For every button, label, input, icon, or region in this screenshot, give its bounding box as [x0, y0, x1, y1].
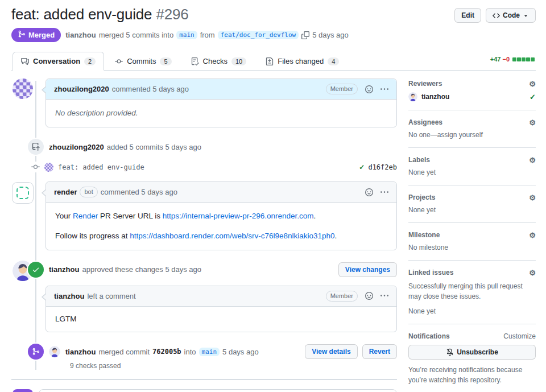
commits-count: 5 — [160, 57, 171, 65]
merge-author[interactable]: tianzhou — [65, 31, 96, 39]
dashboard-url-link[interactable]: https://dashboard.render.com/web/srv-c76… — [130, 232, 334, 240]
git-merge-icon — [13, 389, 33, 392]
smiley-icon[interactable] — [365, 188, 373, 196]
commit-sha-link[interactable]: d16f2eb — [368, 163, 397, 171]
tab-commits[interactable]: Commits 5 — [106, 52, 180, 71]
commit-message[interactable]: feat: added env-guide — [58, 163, 144, 171]
file-diff-icon — [266, 57, 274, 65]
merge-branch-label[interactable]: main — [199, 348, 220, 356]
smiley-icon[interactable] — [365, 85, 373, 93]
reviewer-name: tianzhou — [421, 93, 449, 101]
conversation-column: zhouzilong2020 commented 5 days ago Memb… — [11, 79, 397, 392]
base-branch-label[interactable]: main — [176, 31, 197, 39]
commit-check-icon[interactable]: ✓ — [359, 163, 365, 171]
reviewer-row[interactable]: tianzhou ✓ — [408, 92, 536, 101]
render-link[interactable]: Render — [73, 212, 98, 220]
page-title: feat: added env-guide #296 — [11, 6, 188, 23]
repo-push-icon — [28, 139, 44, 155]
gear-icon[interactable]: ⚙ — [529, 80, 536, 88]
avatar-render-bot[interactable] — [13, 183, 33, 203]
milestone-empty: No milestone — [408, 244, 536, 251]
sidebar-section-projects: Projects⚙ None yet — [408, 185, 536, 223]
kebab-menu-icon[interactable] — [380, 188, 388, 196]
pr-tabbar: Conversation 2 Commits 5 Checks 10 Files… — [11, 51, 536, 71]
approval-author[interactable]: tianzhou — [49, 265, 79, 274]
commit-author-avatar[interactable] — [44, 163, 53, 172]
gear-icon[interactable]: ⚙ — [529, 269, 536, 277]
gear-icon[interactable]: ⚙ — [529, 194, 536, 201]
checks-count: 10 — [231, 57, 246, 65]
gear-icon[interactable]: ⚙ — [529, 156, 536, 164]
files-changed-count: 4 — [328, 57, 339, 65]
commit-row: feat: added env-guide ✓ d16f2eb — [31, 162, 397, 172]
assignees-empty[interactable]: No one—assign yourself — [408, 131, 536, 139]
merge-sha[interactable]: 762005b — [152, 348, 181, 356]
merged-state-badge: Merged — [11, 28, 61, 42]
smiley-icon[interactable] — [365, 292, 373, 300]
review-author[interactable]: tianzhou — [54, 292, 84, 300]
pr-number: #296 — [156, 6, 188, 23]
tab-conversation[interactable]: Conversation 2 — [13, 52, 104, 71]
timeline: zhouzilong2020 commented 5 days ago Memb… — [11, 79, 397, 370]
checks-passed-link[interactable]: 9 checks passed — [70, 362, 397, 370]
header-actions: Edit Code — [454, 8, 536, 23]
pr-title-text: feat: added env-guide — [11, 6, 152, 23]
merge-time: 5 days ago — [222, 348, 259, 356]
gear-icon[interactable]: ⚙ — [529, 119, 536, 126]
avatar-tianzhou-small[interactable] — [49, 346, 60, 357]
preview-url-link[interactable]: https://internal-preview-pr-296.onrender… — [163, 212, 314, 220]
issue-comment: zhouzilong2020 commented 5 days ago Memb… — [11, 79, 397, 127]
git-merge-icon — [18, 30, 26, 40]
conversation-count: 2 — [84, 57, 96, 65]
edit-button[interactable]: Edit — [454, 8, 481, 23]
copy-branch-icon[interactable] — [301, 31, 309, 39]
member-badge: Member — [326, 291, 358, 302]
kebab-menu-icon[interactable] — [380, 85, 388, 93]
review-comment: tianzhou left a comment Member LGTM — [46, 286, 397, 332]
notifications-caption: You’re receiving notifications because y… — [408, 365, 536, 385]
sidebar: Reviewers⚙ tianzhou ✓ Assignees⚙ No one—… — [408, 79, 536, 392]
timeline-divider — [11, 379, 397, 380]
sidebar-section-labels: Labels⚙ None yet — [408, 148, 536, 185]
tab-files-changed[interactable]: Files changed 4 — [257, 52, 348, 71]
bot-author[interactable]: render — [54, 188, 77, 196]
code-icon — [493, 12, 500, 19]
checklist-icon — [191, 57, 199, 65]
tab-checks[interactable]: Checks 10 — [183, 52, 255, 71]
labels-empty: None yet — [408, 168, 536, 176]
merge-event: tianzhou merged commit 762005b into main… — [11, 343, 397, 361]
view-details-button[interactable]: View details — [305, 344, 357, 359]
gear-icon[interactable]: ⚙ — [529, 232, 536, 239]
linked-issues-empty: None yet — [408, 307, 536, 315]
kebab-menu-icon[interactable] — [380, 292, 388, 300]
diffstat: +47 −0 — [490, 56, 535, 63]
review-meta: left a comment — [87, 292, 135, 300]
code-dropdown-button[interactable]: Code — [486, 8, 536, 23]
head-branch-label[interactable]: feat/doc_for_devflow — [218, 31, 299, 39]
pr-header: feat: added env-guide #296 Edit Code — [11, 6, 536, 23]
merged-time: 5 days ago — [312, 31, 349, 39]
revert-button[interactable]: Revert — [362, 344, 397, 359]
additions: +47 — [490, 56, 501, 63]
sidebar-section-assignees: Assignees⚙ No one—assign yourself — [408, 110, 536, 148]
sidebar-section-notifications: NotificationsCustomize Unsubscribe You’r… — [408, 324, 536, 392]
bell-slash-icon — [446, 348, 454, 356]
unsubscribe-button[interactable]: Unsubscribe — [408, 345, 536, 360]
customize-link[interactable]: Customize — [503, 332, 536, 340]
projects-empty: None yet — [408, 206, 536, 214]
review-body: LGTM — [55, 315, 77, 323]
bot-paragraph-1: Your Render PR Server URL is https://int… — [55, 211, 387, 222]
comment-author[interactable]: zhouzilong2020 — [54, 85, 109, 93]
bot-meta: commented 5 days ago — [101, 188, 177, 196]
pull-request-page: feat: added env-guide #296 Edit Code Mer… — [0, 0, 546, 392]
avatar-zhouzilong2020[interactable] — [13, 79, 33, 99]
avatar-tianzhou-tiny — [408, 92, 417, 101]
git-commit-icon — [31, 162, 40, 172]
push-author[interactable]: zhouzilong2020 — [49, 143, 104, 151]
bot-comment: render bot commented 5 days ago Your Ren… — [11, 181, 397, 250]
comment-body: No description provided. — [55, 109, 138, 117]
sidebar-section-linked-issues: Linked issues⚙ Successfully merging this… — [408, 261, 536, 324]
deletions: −0 — [502, 56, 510, 63]
merge-author[interactable]: tianzhou — [65, 348, 96, 356]
view-changes-button[interactable]: View changes — [338, 262, 397, 277]
